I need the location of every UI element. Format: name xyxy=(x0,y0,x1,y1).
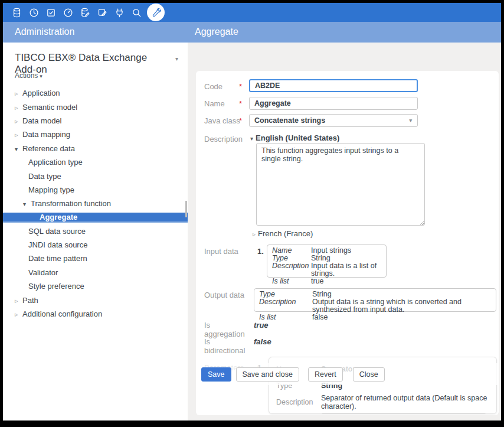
record-title: Aggregate xyxy=(195,27,238,37)
sidebar-item-application[interactable]: Application xyxy=(3,86,188,100)
description-field-label: Description xyxy=(204,135,249,144)
is-aggregation-value: true xyxy=(254,321,269,330)
sidebar-item-data-mapping[interactable]: Data mapping xyxy=(3,128,188,141)
chevron-down-icon xyxy=(23,199,31,208)
chevron-right-icon xyxy=(15,116,22,125)
check-square-icon[interactable] xyxy=(42,3,60,22)
sidebar-item-reference-data[interactable]: Reference data xyxy=(3,142,188,155)
database-edit-icon[interactable] xyxy=(77,3,94,22)
save-and-close-button[interactable]: Save and close xyxy=(236,367,299,382)
sidebar-item-semantic-model[interactable]: Semantic model xyxy=(3,100,188,113)
output-data-row-is-list: Is listfalse xyxy=(259,314,491,321)
tree-item-label: Application type xyxy=(28,158,83,167)
wrench-icon-active-tab[interactable] xyxy=(147,4,165,21)
english-locale-toggle[interactable]: ▾English (United States) xyxy=(250,133,339,142)
kv-value: true xyxy=(311,278,324,285)
sidebar-item-style-preference[interactable]: Style preference xyxy=(3,279,188,293)
param-key: Description xyxy=(276,398,321,406)
kv-key: Description xyxy=(259,298,312,314)
java-class-selected-value: Concatenate strings xyxy=(254,116,325,125)
actions-label: Actions xyxy=(15,71,38,80)
clock-icon[interactable] xyxy=(25,3,42,22)
textarea-resize-handle[interactable] xyxy=(420,221,424,225)
tree-item-label: Mapping type xyxy=(28,185,74,194)
parameter-value-input[interactable] xyxy=(321,413,486,414)
form-edit-icon[interactable] xyxy=(94,3,111,22)
sidebar-item-data-model[interactable]: Data model xyxy=(3,114,188,128)
search-icon[interactable] xyxy=(128,3,145,22)
app-window: Administration Aggregate TIBCO EBX® Data… xyxy=(3,3,501,421)
french-locale-label: French (France) xyxy=(258,229,313,238)
required-marker: * xyxy=(239,99,242,108)
close-button[interactable]: Close xyxy=(353,367,385,382)
is-aggregation-field-label: Is aggregation xyxy=(204,321,249,338)
actions-menu-button[interactable]: Actions▾ xyxy=(15,71,42,80)
code-field-label: Code xyxy=(204,82,249,91)
output-data-row-description: DescriptionOutput data is a string which… xyxy=(259,298,491,314)
database-icon[interactable] xyxy=(8,3,25,22)
sidebar-item-date-time-pattern[interactable]: Date time pattern xyxy=(3,252,188,265)
tree-item-label: Application xyxy=(22,89,60,97)
tree-item-label: Date time pattern xyxy=(28,254,87,263)
french-locale-toggle[interactable]: ▹French (France) xyxy=(253,229,313,238)
tree-item-label: Additional configuration xyxy=(22,309,102,318)
chevron-down-icon: ▾ xyxy=(40,73,42,79)
page-header: Administration Aggregate xyxy=(3,22,501,43)
sidebar-item-mapping-type[interactable]: Mapping type xyxy=(3,183,188,197)
chevron-down-icon: ▾ xyxy=(409,118,412,123)
parameter-row-value: Value xyxy=(269,410,496,414)
tree-item-label: Reference data xyxy=(22,144,75,153)
record-form-panel: Code * Name * Java class * Concatenate s… xyxy=(188,43,501,421)
is-bidirectional-value: false xyxy=(254,337,271,346)
required-marker: * xyxy=(239,116,242,125)
tree-item-label: JNDI data source xyxy=(28,240,87,249)
tree-item-label: Data model xyxy=(22,116,61,125)
sidebar-item-aggregate-selected[interactable]: Aggregate xyxy=(3,213,188,223)
java-class-field-label: Java class xyxy=(204,116,249,125)
form-action-bar: Save Save and close Revert Close xyxy=(196,363,499,385)
kv-value: Output data is a string which is convert… xyxy=(312,298,491,314)
description-english-textarea[interactable]: This function aggregates input strings t… xyxy=(256,143,425,226)
tree-item-label: Validator xyxy=(28,268,58,277)
navigation-tree: Application Semantic model Data model Da… xyxy=(3,86,188,321)
name-input[interactable] xyxy=(249,97,418,110)
input-data-row-is-list: Is listtrue xyxy=(272,278,381,285)
code-input[interactable] xyxy=(249,79,418,92)
tree-item-label: Path xyxy=(22,296,38,305)
left-panel-title: Administration xyxy=(15,27,74,37)
chevron-right-icon xyxy=(15,309,22,318)
sidebar-item-additional-configuration[interactable]: Additional configuration xyxy=(3,307,188,321)
chevron-right-icon xyxy=(15,296,22,305)
sidebar-scrollbar[interactable] xyxy=(185,201,187,217)
output-data-field-label: Output data xyxy=(204,291,249,299)
save-button[interactable]: Save xyxy=(201,367,231,382)
sidebar-item-sql-data-source[interactable]: SQL data source xyxy=(3,224,188,238)
parameter-row-description: DescriptionSeparator of returned output … xyxy=(269,394,496,410)
kv-value: false xyxy=(312,314,328,321)
is-bidirectional-field-label: Is bidirectional xyxy=(204,337,249,355)
kv-key: Description xyxy=(272,262,311,278)
name-field-label: Name xyxy=(204,99,249,108)
chevron-right-icon xyxy=(15,130,22,139)
revert-button[interactable]: Revert xyxy=(308,367,343,382)
plug-icon[interactable] xyxy=(111,3,128,22)
tree-item-label: Transformation function xyxy=(31,199,111,208)
sidebar-item-application-type[interactable]: Application type xyxy=(3,155,188,169)
input-data-field-label: Input data xyxy=(204,247,249,256)
gauge-icon[interactable] xyxy=(60,3,77,22)
tree-item-label: Data type xyxy=(28,172,61,181)
sidebar-item-transformation-function[interactable]: Transformation function xyxy=(3,197,188,210)
param-value: Separator of returned output data (Defau… xyxy=(321,394,496,410)
top-toolbar xyxy=(3,3,501,22)
input-data-box: NameInput strings TypeString Description… xyxy=(267,245,387,278)
sidebar-item-path[interactable]: Path xyxy=(3,293,188,307)
sidebar-item-data-type[interactable]: Data type xyxy=(3,169,188,182)
java-class-select[interactable]: Concatenate strings ▾ xyxy=(249,114,418,127)
tree-item-label: SQL data source xyxy=(28,227,86,236)
output-data-box: TypeString DescriptionOutput data is a s… xyxy=(254,288,496,312)
chevron-down-icon xyxy=(15,144,22,153)
sidebar-item-jndi-data-source[interactable]: JNDI data source xyxy=(3,238,188,252)
chevron-down-icon[interactable]: ▾ xyxy=(175,56,178,62)
input-data-row-description: DescriptionInput data is a list of strin… xyxy=(272,262,381,278)
sidebar-item-validator[interactable]: Validator xyxy=(3,266,188,279)
